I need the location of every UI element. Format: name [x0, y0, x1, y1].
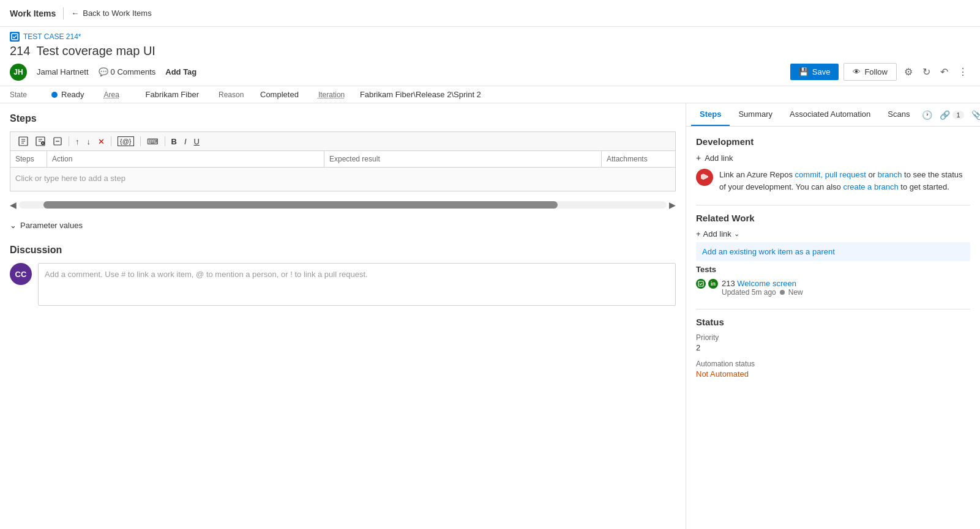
horizontal-scrollbar-track[interactable]	[19, 201, 667, 209]
scroll-right-arrow[interactable]: ▶	[669, 200, 676, 210]
sep-1	[696, 205, 970, 205]
sep-2	[696, 309, 970, 309]
comment-placeholder: Add a comment. Use # to link a work item…	[45, 270, 368, 279]
add-link-icon: +	[696, 153, 701, 163]
automation-status-label: Automation status	[696, 360, 970, 368]
step-settings-button[interactable]	[50, 135, 65, 148]
status-title: Status	[696, 317, 970, 327]
horizontal-scrollbar-thumb[interactable]	[43, 201, 558, 209]
work-item-header: TEST CASE 214* 214 Test coverage map UI …	[0, 27, 980, 86]
add-step-row[interactable]: Click or type here to add a step	[10, 167, 676, 191]
add-tag-button[interactable]: Add Tag	[165, 67, 196, 76]
tab-associated-automation[interactable]: Associated Automation	[781, 103, 879, 126]
work-item-title[interactable]: Test coverage map UI	[36, 44, 155, 58]
steps-section-title: Steps	[10, 113, 676, 124]
save-button[interactable]: 💾 Save	[790, 64, 839, 80]
pull-request-link[interactable]: pull request	[825, 170, 866, 179]
more-options-button[interactable]: ⋮	[956, 64, 970, 80]
horizontal-scrollbar-area: ◀ ▶	[10, 196, 676, 213]
attachments-col-header: Attachments	[602, 151, 675, 167]
settings-button[interactable]: ⚙	[902, 64, 915, 80]
bold-button[interactable]: B	[168, 135, 180, 148]
priority-value[interactable]: 2	[696, 343, 970, 352]
comments-link[interactable]: 💬 0 Comments	[99, 67, 156, 76]
dev-description-text: Link an Azure Repos commit, pull request…	[719, 169, 970, 193]
toolbar-sep-1	[69, 136, 69, 146]
refresh-button[interactable]: ↻	[920, 64, 933, 80]
test-name-link[interactable]: Welcome screen	[737, 279, 796, 288]
work-items-title: Work Items	[10, 9, 56, 18]
add-step-button[interactable]	[15, 135, 31, 148]
move-up-button[interactable]: ↑	[72, 135, 83, 148]
tabs-bar: Steps Summary Associated Automation Scan…	[686, 103, 980, 127]
area-label[interactable]: Area	[104, 91, 141, 99]
new-status-dot	[780, 290, 785, 295]
italic-button[interactable]: I	[181, 135, 190, 148]
related-work-add-link[interactable]: + Add link ⌄	[696, 229, 970, 239]
priority-label: Priority	[696, 333, 970, 342]
action-col-header: Action	[47, 151, 324, 167]
create-branch-link[interactable]: create a branch	[843, 182, 898, 191]
related-work-section: Related Work + Add link ⌄ Add an existin…	[696, 213, 970, 297]
move-down-button[interactable]: ↓	[84, 135, 94, 148]
tab-scans[interactable]: Scans	[879, 103, 918, 126]
related-work-title: Related Work	[696, 213, 970, 223]
chevron-icon: ⌄	[734, 230, 739, 238]
svg-rect-5	[698, 281, 703, 286]
state-field-group: State Ready	[10, 90, 84, 99]
history-button[interactable]: 🕐	[918, 105, 936, 125]
area-value[interactable]: Fabrikam Fiber	[146, 90, 199, 99]
work-item-badge-row: TEST CASE 214*	[10, 32, 970, 42]
back-to-work-items-link[interactable]: ← Back to Work Items	[71, 9, 151, 18]
steps-table-header: Steps Action Expected result Attachments	[10, 150, 676, 167]
save-label: Save	[812, 67, 831, 76]
development-title: Development	[696, 136, 970, 147]
tab-steps[interactable]: Steps	[691, 103, 730, 126]
delete-button[interactable]: ✕	[95, 135, 108, 148]
test-number: 213	[722, 279, 735, 288]
follow-button[interactable]: 👁 Follow	[843, 63, 897, 81]
comments-count: 0 Comments	[111, 67, 156, 76]
test-user-icon: in	[708, 279, 718, 289]
attachments-button[interactable]: 📎 0	[968, 105, 980, 125]
header-actions: 💾 Save 👁 Follow ⚙ ↻ ↶ ⋮	[790, 63, 970, 81]
tab-summary[interactable]: Summary	[730, 103, 781, 126]
work-item-meta-row: JH Jamal Hartnett 💬 0 Comments Add Tag 💾…	[10, 63, 970, 81]
reason-field-group: Reason Completed	[219, 90, 299, 99]
current-user-avatar: CC	[10, 263, 32, 285]
commit-link[interactable]: commit,	[795, 170, 823, 179]
comment-input[interactable]: Add a comment. Use # to link a work item…	[38, 263, 676, 306]
scroll-left-arrow[interactable]: ◀	[10, 200, 17, 210]
work-item-title-row: 214 Test coverage map UI	[10, 44, 970, 58]
status-section: Status Priority 2 Automation status Not …	[696, 317, 970, 379]
back-arrow-icon: ←	[71, 9, 79, 18]
dev-add-link-row: + Add link	[696, 153, 970, 163]
parameter-values-row[interactable]: ⌄ Parameter values	[10, 218, 676, 232]
add-shared-steps-button[interactable]	[32, 135, 48, 148]
test-item: in 213 Welcome screen Updated 5m ago	[696, 279, 970, 297]
iteration-value[interactable]: Fabrikam Fiber\Release 2\Sprint 2	[360, 90, 481, 99]
underline-button[interactable]: U	[191, 135, 203, 148]
author-avatar: JH	[10, 64, 27, 81]
link-an-azure-text: Link an Azure Repos	[719, 170, 795, 179]
top-bar: Work Items ← Back to Work Items	[0, 0, 980, 27]
area-field-group: Area Fabrikam Fiber	[104, 90, 199, 99]
main-content: Steps ↑ ↓ ✕ {@}	[0, 103, 980, 529]
add-existing-work-item[interactable]: Add an existing work item as a parent	[696, 242, 970, 261]
plus-icon: +	[696, 229, 701, 239]
dev-add-link-label[interactable]: Add link	[705, 154, 733, 163]
branch-link[interactable]: branch	[878, 170, 902, 179]
author-name: Jamal Hartnett	[37, 67, 89, 76]
iteration-label[interactable]: Iteration	[318, 91, 355, 99]
automation-status-value[interactable]: Not Automated	[696, 369, 970, 379]
iteration-field-group: Iteration Fabrikam Fiber\Release 2\Sprin…	[318, 90, 481, 99]
undo-button[interactable]: ↶	[938, 64, 951, 80]
toolbar-sep-4	[165, 136, 165, 146]
test-updated: Updated 5m ago	[722, 288, 776, 297]
discussion-title: Discussion	[10, 245, 676, 256]
reason-value[interactable]: Completed	[260, 90, 299, 99]
state-value[interactable]: Ready	[61, 90, 84, 99]
insert-param-button[interactable]: {@}	[114, 135, 137, 148]
links-button[interactable]: 🔗 1	[936, 105, 967, 125]
copy-button[interactable]: ⌨	[144, 135, 162, 148]
